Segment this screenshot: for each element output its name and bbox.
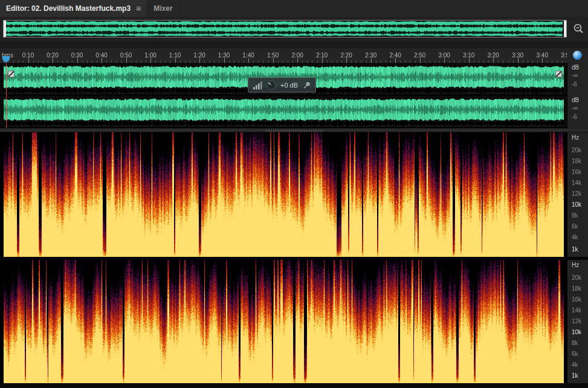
- scale-tick-label: -∞: [572, 72, 578, 79]
- db-scale-right: dB-∞-6: [567, 95, 588, 128]
- time-label: 1:30: [218, 52, 230, 59]
- scale-tick-label: -∞: [572, 105, 578, 111]
- time-label: 1:50: [267, 52, 279, 59]
- bottom-bar: [0, 383, 588, 388]
- zoom-out-icon[interactable]: [572, 22, 584, 36]
- time-label: 3:50: [561, 52, 567, 59]
- scale-tick-label: 1k: [572, 372, 578, 379]
- waveform-channel-right: [0, 95, 567, 128]
- scale-tick-label: 10k: [572, 329, 581, 335]
- scale-tick-label: 18k: [572, 158, 581, 164]
- timeline-ruler[interactable]: hms 0:100:200:300:400:501:001:101:201:30…: [0, 48, 567, 63]
- panel-tabbar: Editor: 02. Devillish Masterfuck.mp3 ≡ M…: [0, 0, 588, 18]
- playhead-line: [6, 63, 7, 128]
- editor-tab-label: Editor: 02. Devillish Masterfuck.mp3: [6, 4, 131, 13]
- hz-scale-left: Hz20k18k16k14k12k10k8k6k4k1k: [567, 132, 588, 257]
- gain-hud[interactable]: +0 dB: [248, 77, 316, 92]
- time-label: 2:20: [340, 52, 352, 59]
- range-handle-right[interactable]: [564, 21, 566, 37]
- level-meter-icon: [253, 81, 262, 89]
- scale-tick-label: 6k: [572, 223, 578, 230]
- scale-tick-label: 20k: [572, 147, 581, 154]
- time-label: 3:30: [512, 52, 523, 59]
- mixer-tab-label: Mixer: [153, 4, 172, 13]
- spectrogram-right: [0, 260, 567, 383]
- tab-editor[interactable]: Editor: 02. Devillish Masterfuck.mp3 ≡: [0, 0, 147, 17]
- time-label: 0:20: [47, 52, 58, 59]
- time-label: 2:50: [414, 52, 425, 59]
- scale-tick-label: 20k: [572, 274, 581, 281]
- time-label: 1:20: [193, 52, 205, 59]
- ruler-gap: [0, 41, 588, 48]
- spectrogram-left: [0, 132, 567, 257]
- time-label: 1:00: [144, 52, 156, 59]
- scale-tick-label: -6: [572, 114, 577, 120]
- hz-scale-right: Hz20k18k16k14k12k10k8k6k4k1k: [567, 260, 588, 383]
- scale-tick-label: 1k: [572, 246, 578, 253]
- time-label: 3:40: [536, 52, 548, 59]
- scale-tick-label: 6k: [572, 351, 578, 357]
- scale-tick-label: 4k: [572, 234, 578, 241]
- waveform-canvas-right[interactable]: [0, 95, 567, 127]
- range-handle-left[interactable]: [4, 21, 6, 37]
- scale-tick-label: 16k: [572, 296, 581, 303]
- scale-tick-label: 14k: [572, 307, 581, 314]
- time-label: 0:10: [22, 52, 34, 59]
- scale-tick-label: 8k: [572, 212, 578, 219]
- gain-value-label: +0 dB: [280, 82, 298, 89]
- scale-tick-label: 8k: [572, 340, 578, 346]
- scale-tick-label: 16k: [572, 169, 581, 175]
- scale-tick-label: 12k: [572, 318, 581, 325]
- sphere-icon[interactable]: [573, 51, 582, 60]
- audition-window: Editor: 02. Devillish Masterfuck.mp3 ≡ M…: [0, 0, 588, 388]
- time-label: 0:30: [71, 52, 83, 59]
- scale-tick-label: 12k: [572, 190, 581, 197]
- scale-tick-label: 4k: [572, 361, 578, 368]
- spectrogram-canvas-right[interactable]: [0, 260, 567, 383]
- time-label: 2:30: [365, 52, 376, 59]
- gain-envelope-handle-right[interactable]: [555, 71, 562, 77]
- time-label: 3:00: [438, 52, 450, 59]
- db-scale-title: dB: [572, 97, 579, 103]
- time-label: 2:00: [291, 52, 303, 59]
- pin-icon[interactable]: [302, 80, 311, 89]
- splitter-grip: [266, 130, 323, 132]
- db-scale-left: dB-∞-6: [567, 63, 588, 95]
- time-label: 2:10: [316, 52, 328, 59]
- panel-menu-icon[interactable]: ≡: [136, 4, 141, 13]
- time-label: 0:40: [95, 52, 107, 59]
- spectrogram-canvas-left[interactable]: [0, 132, 567, 257]
- scale-tick-label: -6: [572, 81, 577, 88]
- tab-divider: [179, 3, 179, 14]
- scale-tick-label: 18k: [572, 285, 581, 292]
- db-scale-title: dB: [572, 64, 579, 71]
- time-label: 3:10: [463, 52, 474, 59]
- gain-knob[interactable]: [267, 80, 276, 90]
- tab-mixer[interactable]: Mixer: [147, 0, 178, 17]
- overview-waveform-canvas[interactable]: [4, 21, 566, 37]
- time-label: 0:50: [120, 52, 132, 59]
- time-label: 3:20: [487, 52, 499, 59]
- hz-scale-title: Hz: [572, 262, 579, 268]
- time-label: 1:40: [242, 52, 254, 59]
- time-label: 1:10: [169, 52, 181, 59]
- time-label: 2:40: [389, 52, 401, 59]
- ruler-ticks-canvas: [0, 48, 567, 63]
- overview-row: [0, 17, 588, 41]
- scale-tick-label: 10k: [572, 201, 581, 208]
- scale-tick-label: 14k: [572, 179, 581, 186]
- gain-envelope-handle-left[interactable]: [8, 71, 15, 77]
- hz-scale-title: Hz: [572, 134, 579, 141]
- panel-splitter[interactable]: [0, 128, 588, 132]
- overview-range-selector[interactable]: [3, 20, 567, 37]
